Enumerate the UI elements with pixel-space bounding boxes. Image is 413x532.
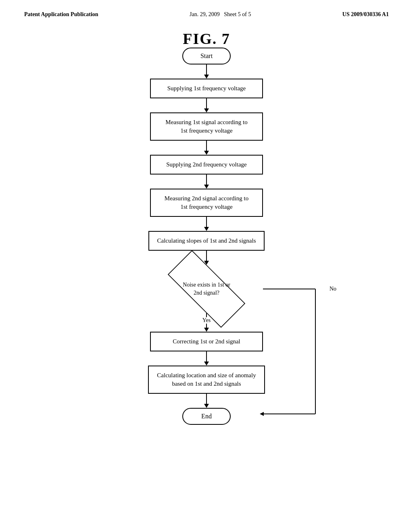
diamond-text: Noise exists in 1st or2nd signal? [174,281,239,297]
flowchart-row-start: Start [65,48,348,64]
decision-row: Noise exists in 1st or2nd signal? No [65,265,348,313]
arrow-head [204,151,209,155]
arrow-head [204,185,209,189]
step7-rect: Calculating location and size of anomaly… [148,366,265,394]
header-center: Jan. 29, 2009 Sheet 5 of 5 [190,11,251,18]
header-left: Patent Application Publication [24,11,98,18]
start-oval: Start [182,48,231,64]
no-branch: No [330,286,340,292]
step1-rect: Supplying 1st frequency voltage [150,79,263,98]
arrow-head [204,404,209,408]
arrow-line [206,351,207,362]
yes-arrow: Yes [202,313,211,332]
flowchart-row-step6: Correcting 1st or 2nd signal [65,332,348,351]
flowchart-row-step3: Supplying 2nd frequency voltage [65,155,348,175]
flowchart: Start Supplying 1st frequency voltage Me… [65,48,348,425]
arrow-head [204,362,209,366]
flowchart-row-step1: Supplying 1st frequency voltage [65,79,348,98]
arrow-2 [65,98,348,112]
arrow-9 [65,394,348,408]
arrow-head [204,227,209,231]
no-label: No [330,286,336,292]
arrow-line [206,175,207,185]
arrow-line [206,251,207,261]
arrow-5 [65,217,348,231]
step1-node: Supplying 1st frequency voltage [150,79,263,98]
arrow-8 [65,351,348,366]
start-node: Start [182,48,231,64]
header-right: US 2009/030336 A1 [342,11,389,18]
end-oval: End [182,408,231,425]
step7-node: Calculating location and size of anomaly… [148,366,265,394]
step6-node: Correcting 1st or 2nd signal [150,332,263,351]
yes-arrow-head [204,328,209,332]
arrow-line [206,98,207,108]
arrow-line [206,217,207,227]
step4-rect: Measuring 2nd signal according to1st fre… [150,189,263,217]
arrow-line [206,394,207,404]
page-header: Patent Application Publication Jan. 29, … [0,0,413,18]
step2-rect: Measuring 1st signal according to1st fre… [150,112,263,141]
yes-line-top [206,313,207,317]
arrow-4 [65,175,348,189]
decision-node: Noise exists in 1st or2nd signal? [150,265,263,313]
arrow-3 [65,141,348,155]
yes-label: Yes [202,317,211,324]
yes-line-bottom [206,324,207,328]
flowchart-row-step4: Measuring 2nd signal according to1st fre… [65,189,348,217]
flowchart-row-step2: Measuring 1st signal according to1st fre… [65,112,348,141]
step6-rect: Correcting 1st or 2nd signal [150,332,263,351]
figure-title: FIG. 7 [0,30,413,48]
yes-branch: Yes [65,313,348,332]
arrow-line [206,64,207,75]
flowchart-row-step5: Calculating slopes of 1st and 2nd signal… [65,231,348,251]
arrow-head [204,108,209,112]
step3-rect: Supplying 2nd frequency voltage [150,155,263,175]
arrow-1 [65,64,348,79]
flowchart-row-end: End [65,408,348,425]
arrow-head [204,75,209,79]
step5-rect: Calculating slopes of 1st and 2nd signal… [148,231,265,251]
step3-node: Supplying 2nd frequency voltage [150,155,263,175]
arrow-6 [65,251,348,265]
step4-node: Measuring 2nd signal according to1st fre… [150,189,263,217]
arrow-line [206,141,207,151]
step5-node: Calculating slopes of 1st and 2nd signal… [148,231,265,251]
step2-node: Measuring 1st signal according to1st fre… [150,112,263,141]
flowchart-row-step7: Calculating location and size of anomaly… [65,366,348,394]
end-node: End [182,408,231,425]
